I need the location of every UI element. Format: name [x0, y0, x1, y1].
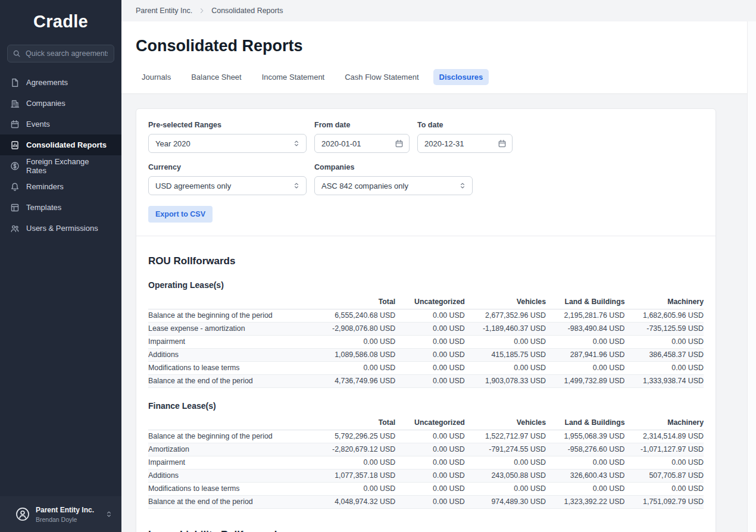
account-switcher[interactable]: Parent Entity Inc. Brendan Doyle: [0, 496, 121, 532]
table-cell-value: 0.00 USD: [395, 483, 465, 496]
sidebar-item-label: Events: [26, 120, 50, 129]
table-cell-value: 0.00 USD: [546, 456, 624, 470]
from-date-label: From date: [314, 121, 410, 129]
column-header: Total: [315, 295, 395, 309]
table-cell-value: 287,941.96 USD: [546, 349, 624, 362]
column-header: Uncategorized: [395, 416, 465, 430]
table-row: Balance at the beginning of the period6,…: [148, 309, 704, 323]
column-header: Vehicles: [465, 295, 546, 309]
table-cell-label: Impairment: [148, 336, 315, 349]
chevron-updown-icon: [292, 139, 301, 148]
companies-select[interactable]: ASC 842 companies only: [314, 176, 473, 195]
table-cell-value: 1,955,068.39 USD: [546, 430, 624, 443]
sidebar-nav: AgreementsCompaniesEventsConsolidated Re…: [0, 71, 121, 496]
sidebar-item-agreements[interactable]: Agreements: [0, 72, 121, 93]
select-value: Year 2020: [155, 139, 190, 148]
sidebar-item-reminders[interactable]: Reminders: [0, 176, 121, 197]
table-cell-value: 2,314,514.89 USD: [624, 430, 704, 443]
sidebar-item-templates[interactable]: Templates: [0, 197, 121, 218]
table-cell-value: 0.00 USD: [465, 483, 546, 496]
sidebar-item-foreign-exchange-rates[interactable]: Foreign Exchange Rates: [0, 155, 121, 176]
section-title-rou-rollforwards: ROU Rollforwards: [148, 255, 704, 267]
to-date-field: To date 2020-12-31: [417, 121, 513, 153]
to-date-input[interactable]: 2020-12-31: [417, 134, 513, 153]
table-cell-value: 0.00 USD: [395, 470, 465, 483]
breadcrumb: Parent Entity Inc. Consolidated Reports: [121, 0, 756, 21]
scrollbar[interactable]: [747, 21, 756, 532]
column-header: Machinery: [624, 416, 704, 430]
table-cell-value: 0.00 USD: [395, 443, 465, 456]
table-cell-value: 0.00 USD: [624, 362, 704, 375]
table-cell-value: 0.00 USD: [395, 309, 465, 323]
column-header: Land & Buildings: [546, 416, 624, 430]
preselected-ranges-select[interactable]: Year 2020: [148, 134, 307, 153]
table-cell-label: Balance at the beginning of the period: [148, 430, 315, 443]
table-cell-value: -983,490.84 USD: [546, 323, 624, 336]
table-cell-value: 1,077,357.18 USD: [315, 470, 395, 483]
account-texts: Parent Entity Inc. Brendan Doyle: [36, 506, 94, 523]
table-cell-value: 0.00 USD: [395, 323, 465, 336]
bell-icon: [10, 182, 20, 192]
table-cell-value: 0.00 USD: [624, 483, 704, 496]
table-cell-value: 1,323,392.22 USD: [546, 496, 624, 509]
from-date-input[interactable]: 2020-01-01: [314, 134, 410, 153]
table-cell-label: Balance at the beginning of the period: [148, 309, 315, 323]
table-cell-value: 2,195,281.76 USD: [546, 309, 624, 323]
chevron-right-icon: [198, 7, 205, 14]
table-cell-value: 4,736,749.96 USD: [315, 375, 395, 388]
table-cell-value: 1,522,712.97 USD: [465, 430, 546, 443]
table-cell-value: 5,792,296.25 USD: [315, 430, 395, 443]
table-cell-value: 974,489.30 USD: [465, 496, 546, 509]
preselected-ranges-field: Pre-selected Ranges Year 2020: [148, 121, 307, 153]
agreements-icon: [10, 78, 20, 87]
tab-income-statement[interactable]: Income Statement: [256, 69, 331, 85]
table-cell-value: 0.00 USD: [315, 336, 395, 349]
breadcrumb-item-parent[interactable]: Parent Entity Inc.: [136, 7, 192, 15]
chevron-updown-icon: [105, 510, 113, 518]
table-cell-value: -2,908,076.80 USD: [315, 323, 395, 336]
sidebar: Cradle AgreementsCompaniesEventsConsolid…: [0, 0, 121, 532]
table-cell-value: 326,600.43 USD: [546, 470, 624, 483]
tab-journals[interactable]: Journals: [136, 69, 177, 85]
companies-field: Companies ASC 842 companies only: [314, 163, 473, 195]
report-sections: ROU RollforwardsOperating Lease(s)TotalU…: [136, 236, 716, 532]
table-cell-value: 0.00 USD: [395, 349, 465, 362]
table-cell-value: 0.00 USD: [315, 456, 395, 470]
tab-balance-sheet[interactable]: Balance Sheet: [185, 69, 248, 85]
table-header-row: TotalUncategorizedVehiclesLand & Buildin…: [148, 295, 704, 309]
page-content: Pre-selected Ranges Year 2020 From date …: [121, 94, 756, 532]
table-cell-value: 0.00 USD: [465, 456, 546, 470]
sidebar-item-label: Foreign Exchange Rates: [26, 157, 111, 175]
table-cell-value: 0.00 USD: [395, 336, 465, 349]
column-header: Vehicles: [465, 416, 546, 430]
main-area: Parent Entity Inc. Consolidated Reports …: [121, 0, 756, 532]
table-row: Modifications to lease terms0.00 USD0.00…: [148, 362, 704, 375]
table-cell-value: 0.00 USD: [546, 483, 624, 496]
calendar-icon: [498, 139, 507, 148]
table-cell-value: 0.00 USD: [315, 483, 395, 496]
account-user: Brendan Doyle: [36, 516, 94, 523]
quick-search: [7, 45, 114, 62]
table-row: Balance at the end of the period4,736,74…: [148, 375, 704, 388]
search-icon: [13, 49, 21, 58]
tab-disclosures[interactable]: Disclosures: [433, 69, 489, 85]
table-cell-value: 0.00 USD: [624, 336, 704, 349]
table-cell-value: 0.00 USD: [546, 362, 624, 375]
search-input[interactable]: [7, 45, 114, 62]
chevron-updown-icon: [458, 181, 467, 190]
table-cell-value: 243,050.88 USD: [465, 470, 546, 483]
table-row: Amortization-2,820,679.12 USD0.00 USD-79…: [148, 443, 704, 456]
table-cell-value: 1,499,732.89 USD: [546, 375, 624, 388]
table-row: Balance at the end of the period4,048,97…: [148, 496, 704, 509]
sidebar-item-users-permissions[interactable]: Users & Permissions: [0, 218, 121, 239]
avatar-icon: [15, 507, 30, 521]
tab-cash-flow-statement[interactable]: Cash Flow Statement: [339, 69, 424, 85]
table-row: Impairment0.00 USD0.00 USD0.00 USD0.00 U…: [148, 336, 704, 349]
sidebar-item-events[interactable]: Events: [0, 114, 121, 134]
table-cell-value: 0.00 USD: [465, 336, 546, 349]
currency-select[interactable]: USD agreements only: [148, 176, 307, 195]
export-csv-button[interactable]: Export to CSV: [148, 206, 213, 223]
table-cell-value: -791,274.55 USD: [465, 443, 546, 456]
sidebar-item-consolidated-reports[interactable]: Consolidated Reports: [0, 134, 121, 155]
sidebar-item-companies[interactable]: Companies: [0, 93, 121, 114]
